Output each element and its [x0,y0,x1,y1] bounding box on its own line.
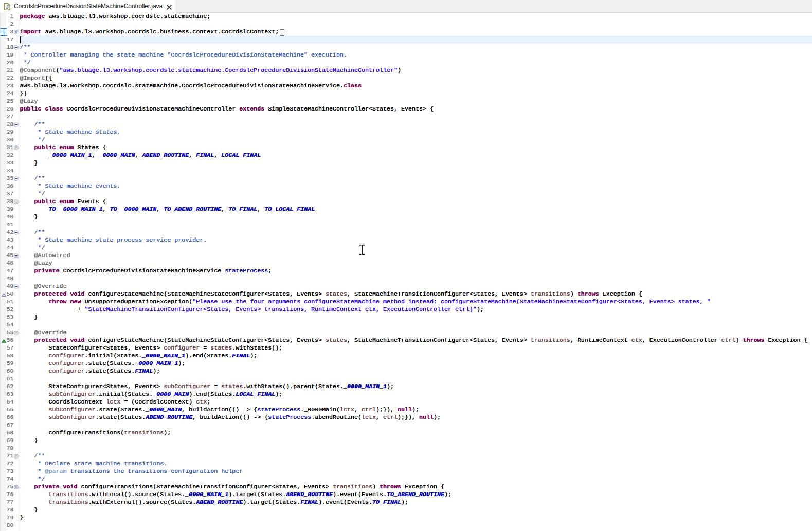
svg-text:J: J [6,4,9,10]
